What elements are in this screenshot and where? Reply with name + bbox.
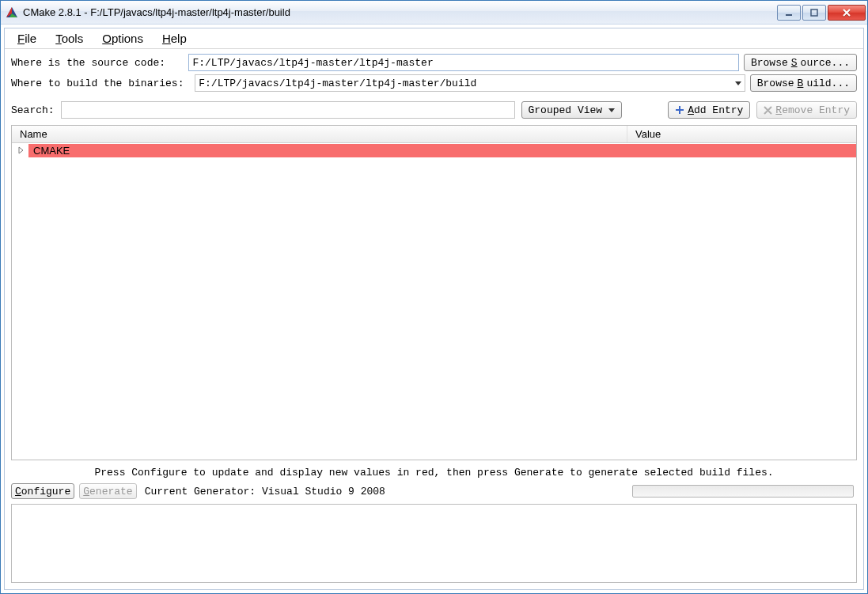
output-log[interactable] — [11, 504, 857, 583]
expand-icon[interactable] — [17, 146, 26, 155]
remove-entry-button[interactable]: Remove Entry — [756, 101, 857, 119]
table-row[interactable]: CMAKE — [12, 143, 856, 157]
hint-text: Press Configure to update and display ne… — [5, 460, 863, 482]
window-title: CMake 2.8.1 - F:/LTP/javacs/ltp4j-master… — [23, 6, 777, 18]
cache-table-header: Name Value — [12, 126, 856, 143]
grouped-view-label: Grouped View — [529, 104, 603, 116]
svg-rect-4 — [811, 9, 817, 16]
window-controls — [777, 5, 866, 21]
paths-section: Where is the source code: Browse Source.… — [5, 49, 863, 100]
menubar: File Tools Options Help — [5, 28, 863, 49]
svg-rect-3 — [786, 14, 792, 16]
source-row: Where is the source code: Browse Source.… — [11, 54, 857, 71]
browse-build-button[interactable]: Browse Build... — [750, 74, 857, 92]
row-label: CMAKE — [28, 144, 856, 157]
titlebar: CMake 2.8.1 - F:/LTP/javacs/ltp4j-master… — [1, 1, 867, 25]
cache-table-body[interactable]: CMAKE — [12, 143, 856, 460]
build-combo[interactable]: F:/LTP/javacs/ltp4j-master/ltp4j-master/… — [195, 74, 745, 92]
plus-icon — [675, 105, 684, 115]
app-window: CMake 2.8.1 - F:/LTP/javacs/ltp4j-master… — [0, 0, 868, 594]
menu-help[interactable]: Help — [154, 30, 195, 47]
search-row: Search: Grouped View Add Entry Remove En… — [5, 100, 863, 125]
cache-table: Name Value CMAKE — [11, 125, 857, 460]
chevron-down-icon — [608, 108, 615, 112]
configure-button[interactable]: Configure — [11, 483, 74, 499]
generate-button[interactable]: Generate — [79, 483, 136, 499]
search-label: Search: — [11, 104, 55, 116]
current-generator-text: Current Generator: Visual Studio 9 2008 — [145, 486, 385, 498]
column-value[interactable]: Value — [627, 126, 856, 142]
menu-options[interactable]: Options — [94, 30, 151, 47]
browse-source-button[interactable]: Browse Source... — [744, 54, 857, 71]
x-icon — [764, 106, 772, 115]
progress-bar — [632, 485, 854, 498]
action-row: Configure Generate Current Generator: Vi… — [5, 482, 863, 504]
menu-file[interactable]: File — [9, 30, 44, 47]
close-button[interactable] — [828, 5, 866, 21]
cmake-icon — [6, 6, 18, 19]
minimize-button[interactable] — [777, 5, 801, 21]
grouped-view-dropdown[interactable]: Grouped View — [521, 101, 623, 119]
search-input[interactable] — [61, 101, 515, 119]
maximize-button[interactable] — [802, 5, 826, 21]
chevron-down-icon — [735, 81, 741, 85]
source-input[interactable] — [188, 54, 739, 71]
menu-tools[interactable]: Tools — [47, 30, 91, 47]
build-row: Where to build the binaries: F:/LTP/java… — [11, 74, 857, 92]
build-value: F:/LTP/javacs/ltp4j-master/ltp4j-master/… — [199, 78, 476, 89]
column-name[interactable]: Name — [12, 126, 627, 142]
source-label: Where is the source code: — [11, 57, 184, 69]
build-label: Where to build the binaries: — [11, 78, 190, 89]
add-entry-button[interactable]: Add Entry — [668, 101, 750, 119]
client-area: File Tools Options Help Where is the sou… — [4, 28, 864, 590]
